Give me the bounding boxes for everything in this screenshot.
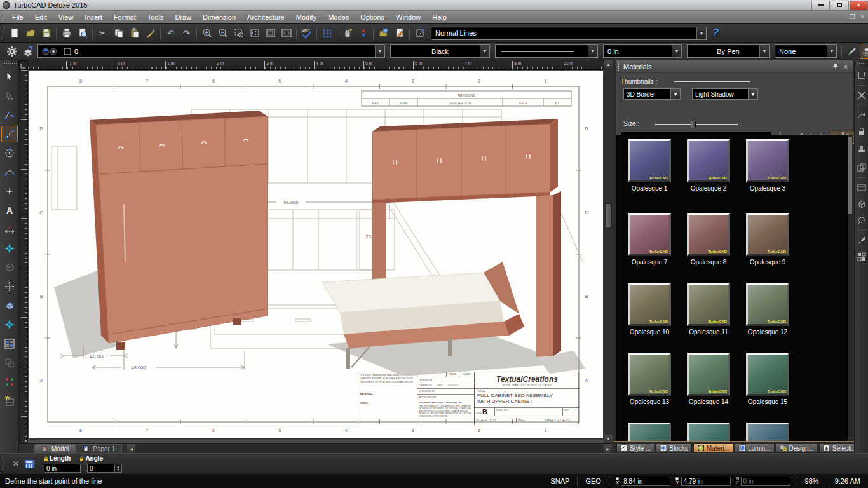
menu-view[interactable]: View	[53, 11, 79, 23]
zoom-window-icon[interactable]	[231, 25, 247, 41]
material-item[interactable]: TurboCADOpalesque 12	[740, 283, 795, 336]
pen-width-dropdown-arrow[interactable]: ▼	[672, 45, 681, 57]
mouse-settings-icon[interactable]	[339, 25, 355, 41]
arc-tool-icon[interactable]	[1, 164, 18, 180]
panel-close-icon[interactable]: ×	[844, 63, 848, 71]
coordinate-system-icon[interactable]	[355, 25, 371, 41]
modify-toolbar-handle[interactable]	[857, 62, 866, 65]
scroll-down-icon[interactable]: ▼	[604, 435, 613, 443]
brush-combo[interactable]: By Pen ▼	[688, 45, 769, 57]
material-item[interactable]: TurboCAD	[681, 423, 736, 441]
line-pattern-dropdown-arrow[interactable]: ▼	[588, 45, 597, 57]
line-style-combo[interactable]: Normal Lines ▼	[431, 27, 706, 39]
sphere-tool-icon[interactable]	[1, 240, 18, 257]
format-painter-icon[interactable]	[142, 25, 158, 41]
length-input[interactable]: 0 in	[44, 464, 81, 473]
undo-icon[interactable]: ↶	[163, 25, 179, 41]
text-tool-icon[interactable]: A	[1, 202, 18, 219]
pen-color-combo[interactable]: Black ▼	[391, 45, 489, 57]
doc-minimize-icon[interactable]: _	[841, 14, 845, 20]
minimize-button[interactable]	[811, 1, 830, 10]
zoom-extents-icon[interactable]	[247, 25, 262, 41]
inspector-drag-handle[interactable]	[2, 457, 4, 471]
zoom-in-icon[interactable]	[199, 25, 215, 41]
box-3d-tool-icon[interactable]	[1, 297, 18, 314]
menu-format[interactable]: Format	[108, 11, 142, 23]
tab-materials[interactable]: Materi...	[693, 443, 733, 453]
node-edit-tool-icon[interactable]	[1, 88, 18, 104]
menu-architecture[interactable]: Architecture	[241, 11, 290, 23]
material-item[interactable]: TurboCADOpalesque 3	[740, 139, 795, 192]
settings-gear-icon[interactable]	[4, 44, 20, 59]
pattern-dropdown-arrow[interactable]: ▼	[827, 45, 836, 57]
new-file-icon[interactable]	[6, 25, 22, 41]
material-item[interactable]: TurboCADOpalesque 8	[681, 213, 736, 266]
materials-scroll-thumb[interactable]	[848, 137, 852, 214]
grid-snap-icon[interactable]	[319, 25, 335, 41]
menu-modes[interactable]: Modes	[322, 11, 355, 23]
brush-dropdown-arrow[interactable]: ▼	[759, 45, 769, 57]
lasso-tool-icon[interactable]	[856, 215, 867, 226]
drawing-toolbar-handle[interactable]	[2, 62, 17, 65]
line-tool-icon[interactable]	[1, 126, 18, 142]
pencil-edit-icon[interactable]	[844, 44, 860, 59]
move-tool-icon[interactable]	[1, 278, 18, 295]
y-coordinate-field[interactable]: 4.79 in	[681, 477, 731, 486]
material-item[interactable]: TurboCADOpalesque 7	[622, 213, 677, 266]
material-item[interactable]: TurboCADOpalesque 11	[681, 283, 736, 336]
scroll-left-icon[interactable]: ◄	[127, 444, 135, 453]
layer-manager-icon[interactable]	[20, 44, 36, 59]
intersect-tool-icon[interactable]	[856, 90, 867, 101]
render-mode-icon[interactable]	[860, 44, 868, 59]
shadow-style-arrow[interactable]: ▼	[748, 88, 758, 100]
save-icon[interactable]	[38, 25, 54, 41]
pin-icon[interactable]	[832, 63, 839, 70]
menu-draw[interactable]: Draw	[169, 11, 197, 23]
calculator-icon[interactable]	[24, 459, 34, 469]
tab-model[interactable]: Model	[34, 444, 76, 453]
menu-insert[interactable]: Insert	[79, 11, 108, 23]
polyline-tool-icon[interactable]	[1, 107, 18, 123]
doc-restore-icon[interactable]: ❒	[850, 14, 855, 20]
extrude-tool-icon[interactable]	[1, 316, 18, 333]
materials-scrollbar[interactable]	[848, 135, 853, 441]
menu-options[interactable]: Options	[355, 11, 390, 23]
materials-drag-handle[interactable]	[618, 62, 620, 71]
zoom-full-view-icon[interactable]	[278, 25, 294, 41]
angle-input[interactable]: 0	[87, 464, 115, 473]
blocks-tool-icon[interactable]	[1, 336, 18, 352]
render-box-icon[interactable]	[856, 198, 867, 210]
geo-toggle[interactable]: GEO	[581, 477, 604, 485]
layer-combo[interactable]: 0 ▼	[38, 45, 384, 57]
open-file-icon[interactable]	[22, 25, 38, 41]
material-item[interactable]: TurboCADOpalesque 9	[740, 213, 795, 266]
material-item[interactable]: TurboCADOpalesque 1	[622, 139, 677, 192]
point-tool-icon[interactable]	[1, 183, 18, 200]
material-item[interactable]: TurboCAD	[740, 423, 795, 441]
pen-color-dropdown-arrow[interactable]: ▼	[480, 45, 489, 57]
inspector-close-icon[interactable]: ✕	[13, 459, 19, 468]
menu-edit[interactable]: Edit	[29, 11, 53, 23]
ruler-origin-icon[interactable]	[19, 60, 28, 70]
menu-help[interactable]: Help	[426, 11, 452, 23]
menu-tools[interactable]: Tools	[142, 11, 170, 23]
lock-icon[interactable]	[79, 456, 84, 461]
menu-modify[interactable]: Modify	[290, 11, 322, 23]
menu-window[interactable]: Window	[390, 11, 426, 23]
snap-toggle[interactable]: SNAP	[547, 477, 574, 485]
trim-tool-icon[interactable]	[856, 70, 867, 81]
stamp-tool-icon[interactable]	[856, 142, 867, 154]
z-coordinate-field[interactable]: 0 in	[741, 477, 790, 486]
material-item[interactable]: TurboCADOpalesque 2	[681, 139, 736, 192]
redo-icon[interactable]: ↷	[179, 25, 194, 41]
copy-objects-icon[interactable]	[1, 355, 18, 371]
circle-tool-icon[interactable]	[1, 145, 18, 161]
pattern-combo[interactable]: None ▼	[775, 45, 836, 57]
drawing-canvas[interactable]: 87 65 43 21 87 65 43 21 DC BA DC BA	[28, 70, 604, 443]
pen-width-combo[interactable]: 0 in ▼	[604, 45, 681, 57]
angle-spinner[interactable]: ▲▼	[115, 464, 122, 473]
restore-button[interactable]	[831, 1, 849, 10]
paste-icon[interactable]	[126, 25, 142, 41]
print-preview-icon[interactable]	[74, 25, 90, 41]
drawing-setup-icon[interactable]	[391, 25, 407, 41]
